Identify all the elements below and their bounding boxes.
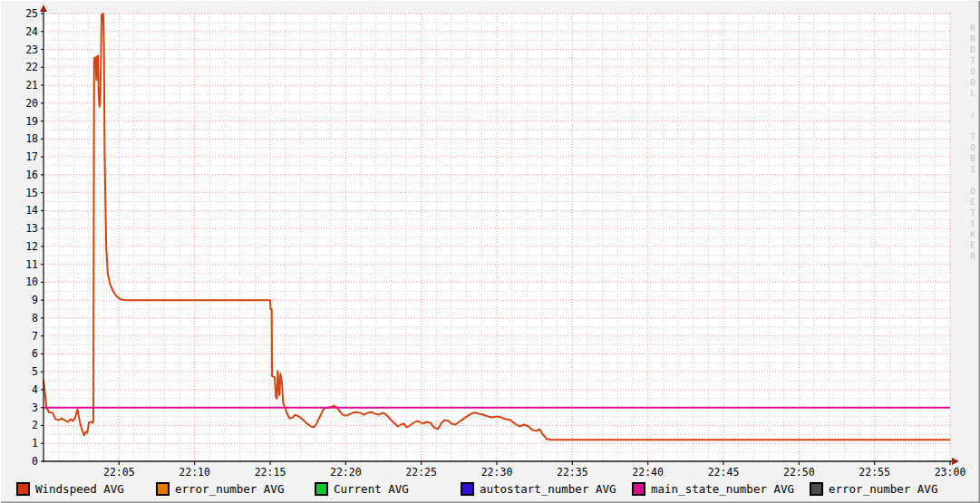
y-tick-label: 11 xyxy=(25,258,38,271)
current-swatch-icon xyxy=(315,482,328,496)
windspeed-swatch-icon xyxy=(16,482,30,496)
x-tick-label: 22:20 xyxy=(330,466,362,479)
y-tick-label: 22 xyxy=(25,61,38,73)
y-tick-label: 17 xyxy=(25,150,38,163)
x-tick-label: 22:45 xyxy=(708,466,740,479)
rrdtool-watermark: RRDTOOL / TOBI OETIKER xyxy=(968,24,977,263)
legend-item-main-state-number: main_state_number AVG xyxy=(632,482,794,496)
y-tick-label: 6 xyxy=(32,347,38,360)
main-state-number-swatch-icon xyxy=(632,482,645,496)
x-tick-label: 22:25 xyxy=(405,466,437,479)
x-tick-label: 22:15 xyxy=(255,466,286,479)
x-tick-label: 22:30 xyxy=(481,466,513,479)
error-number-2-swatch-icon xyxy=(810,482,823,496)
legend-label: autostart_number AVG xyxy=(480,482,616,496)
y-tick-label: 23 xyxy=(25,44,38,56)
y-tick-label: 2 xyxy=(32,419,38,431)
y-tick-label: 21 xyxy=(25,79,38,92)
y-tick-label: 25 xyxy=(25,7,38,20)
y-tick-label: 14 xyxy=(25,204,38,217)
y-tick-label: 24 xyxy=(25,25,38,38)
legend-label: error_number AVG xyxy=(829,482,937,496)
legend-item-error-number-2: error_number AVG xyxy=(810,482,937,496)
y-tick-label: 12 xyxy=(25,240,38,253)
x-tick-label: 22:50 xyxy=(783,466,815,479)
rrdtool-graph: 0123456789101112131415161718192021222324… xyxy=(0,0,980,503)
y-tick-label: 16 xyxy=(25,169,38,181)
y-tick-label: 4 xyxy=(32,383,38,396)
y-tick-label: 1 xyxy=(32,437,38,450)
legend-label: main_state_number AVG xyxy=(651,482,794,496)
legend-item-autostart-number: autostart_number AVG xyxy=(461,482,616,496)
x-tick-label: 22:35 xyxy=(557,466,588,479)
legend-label: Current AVG xyxy=(334,482,409,496)
chart-canvas: 0123456789101112131415161718192021222324… xyxy=(0,0,980,503)
y-tick-label: 5 xyxy=(32,365,38,378)
x-axis-arrow-icon xyxy=(952,458,959,465)
error-number-swatch-icon xyxy=(156,482,170,496)
y-tick-label: 10 xyxy=(25,276,38,288)
legend-label: Windspeed AVG xyxy=(35,482,124,496)
x-tick-label: 22:40 xyxy=(632,466,664,479)
y-tick-label: 3 xyxy=(32,401,38,414)
y-tick-label: 9 xyxy=(32,294,38,306)
y-tick-label: 13 xyxy=(25,222,38,235)
y-tick-label: 20 xyxy=(25,97,38,110)
y-axis-arrow-icon xyxy=(40,5,47,12)
legend-label: error_number AVG xyxy=(175,482,284,496)
x-tick-label: 22:55 xyxy=(859,466,890,479)
legend-item-windspeed: Windspeed AVG xyxy=(16,482,124,496)
autostart-number-swatch-icon xyxy=(461,482,474,496)
y-tick-label: 8 xyxy=(32,312,38,324)
legend-item-error-number: error_number AVG xyxy=(156,482,284,496)
y-tick-label: 15 xyxy=(25,187,38,199)
y-tick-label: 18 xyxy=(25,132,38,145)
y-tick-label: 0 xyxy=(32,455,38,468)
y-tick-label: 7 xyxy=(32,330,38,343)
y-tick-label: 19 xyxy=(25,115,38,128)
legend-item-current: Current AVG xyxy=(315,482,409,496)
x-tick-label: 22:05 xyxy=(103,466,135,479)
x-tick-label: 22:10 xyxy=(179,466,210,479)
x-tick-label: 23:00 xyxy=(935,466,966,479)
